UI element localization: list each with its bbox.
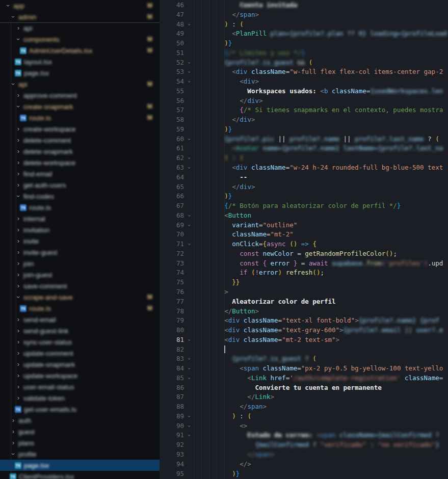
code-line[interactable]: 90› <> [160,421,448,431]
fold-chevron-icon[interactable]: › [184,77,194,87]
code-line[interactable]: 89› ) : ( [160,412,448,421]
code-line[interactable]: 60› {profile?.pic || profile?.name || pr… [160,135,448,144]
tree-item[interactable]: ›guest [0,426,160,437]
fold-chevron-icon[interactable]: › [184,374,194,383]
code-line[interactable]: 64 -- [160,173,448,182]
tree-item[interactable]: ›invite [0,235,160,247]
code-line[interactable]: 84› <span className="px-2 py-0.5 bg-yell… [160,364,448,374]
tree-item[interactable]: ›api [0,22,160,34]
tree-item[interactable]: TSlayout.tsx [0,56,160,67]
tree-item[interactable]: ›update-workspace [0,370,160,381]
tree-item[interactable]: ›validate-token [0,392,160,404]
code-line[interactable]: 54› <div> [160,77,448,87]
tree-item[interactable]: ›update-snapmark [0,359,160,370]
code-line[interactable]: 73 const { error } = await supabase.from… [160,259,448,269]
code-line[interactable]: 68› <Button [160,211,448,221]
tree-item[interactable]: ›user-email-status [0,381,160,392]
tree-item[interactable]: ›delete-snapmark [0,146,160,157]
code-line[interactable]: 93 </span> [160,450,448,460]
code-line[interactable]: 78 </Button> [160,307,448,316]
tree-item[interactable]: ›appM [0,0,160,11]
fold-chevron-icon[interactable]: › [184,221,194,230]
code-line[interactable]: 53› <div className="w-full flex flex-col… [160,67,448,77]
fold-chevron-icon[interactable]: › [184,211,194,221]
code-line[interactable]: 48› ) : ( [160,20,448,30]
code-line[interactable]: 87 </Link> [160,392,448,402]
fold-chevron-icon[interactable]: › [184,240,194,249]
fold-chevron-icon[interactable]: › [184,421,194,431]
tree-item[interactable]: ›join-guest [0,269,160,280]
tree-item[interactable]: ›internal [0,213,160,224]
tree-item[interactable]: ›send-email [0,314,160,325]
tree-item[interactable]: TSroute.tsM [0,303,160,314]
code-line[interactable]: 76 > [160,287,448,297]
tree-item[interactable]: ›adminM [0,11,160,22]
tree-item[interactable]: TSpage.tsx [0,67,160,78]
tree-item[interactable]: ›send-guest-link [0,325,160,336]
code-line[interactable]: 57 {/* Si tienes snapmarks en el context… [160,105,448,115]
fold-chevron-icon[interactable]: › [184,135,194,144]
tree-item[interactable]: ›plans [0,437,160,448]
code-line[interactable]: 49 <PlanPill plan={profile?.plan ?? 0} l… [160,29,448,39]
code-line[interactable]: 79 <div className="text-xl font-bold">{p… [160,316,448,326]
code-line[interactable]: 61 <Avatar name={profile?.name} lastName… [160,144,448,153]
tree-item[interactable]: TSAdminUserDetails.tsxM [0,45,160,56]
tree-item[interactable]: ›delete-comment [0,135,160,146]
code-line[interactable]: 94 </> [160,460,448,469]
code-line[interactable]: 66 )} [160,192,448,201]
code-line[interactable]: 65 </div> [160,182,448,192]
fold-chevron-icon[interactable]: › [184,58,194,68]
tree-item[interactable]: ›get-auth-users [0,179,160,191]
code-line[interactable]: 81› <div className="mt-2 text-sm"> [160,335,448,345]
code-line[interactable]: 82 [160,345,448,355]
code-line[interactable]: 51 {/* Límites y uso */} [160,48,448,58]
tree-item[interactable]: ›find-codes [0,191,160,202]
tree-item[interactable]: ›invitation [0,224,160,235]
code-line[interactable]: 92 {mailConfirmed ? "verificado" : "no v… [160,440,448,450]
code-line[interactable]: 47 </span> [160,10,448,20]
code-line[interactable]: 52› {profile?.is_guest && ( [160,58,448,68]
code-line[interactable]: 91› Estado de correo: <span className={m… [160,431,448,440]
tree-item[interactable]: TSpage.tsx [0,460,160,471]
fold-chevron-icon[interactable]: › [184,431,194,440]
code-line[interactable]: 74 if (!error) refresh(); [160,268,448,278]
code-line[interactable]: 70 className="mt-2" [160,230,448,240]
code-line[interactable]: 58 </div> [160,115,448,125]
tree-item[interactable]: ›componentsM [0,34,160,45]
tree-item[interactable]: TSroute.tsM [0,112,160,123]
fold-chevron-icon[interactable]: › [184,364,194,374]
code-line[interactable]: 46 Cuenta invitada [160,1,448,10]
tree-item[interactable]: TSget-user-emails.ts [0,404,160,415]
tree-item[interactable]: ›create-snapmarkM [0,101,160,112]
tree-item[interactable]: ›update-comment [0,348,160,359]
fold-chevron-icon[interactable]: › [184,20,194,30]
code-line[interactable]: 75 }} [160,278,448,287]
code-editor[interactable]: 46 Cuenta invitada47 </span>48› ) : (49 … [160,0,448,479]
code-line[interactable]: 77 Aleatorizar color de perfil [160,297,448,307]
code-line[interactable]: 71› onClick={async () => { [160,240,448,249]
fold-chevron-icon[interactable]: › [184,354,194,364]
code-line[interactable]: 95 )} [160,469,448,479]
code-line[interactable]: 56 </div> [160,96,448,106]
fold-chevron-icon[interactable]: › [184,163,194,173]
code-area[interactable]: 46 Cuenta invitada47 </span>48› ) : (49 … [160,0,448,478]
code-line[interactable]: 69› variant="outline" [160,221,448,230]
tree-item[interactable]: ›sync-user-status [0,336,160,348]
tree-item[interactable]: ›scrape-and-saveM [0,291,160,303]
code-line[interactable]: 50 )} [160,39,448,48]
fold-chevron-icon[interactable]: › [184,153,194,163]
tree-item[interactable]: ›invite-guest [0,247,160,258]
tree-item[interactable]: ›find-email [0,168,160,179]
code-line[interactable]: 72 const newColor = getRandomProfileColo… [160,249,448,259]
code-line[interactable]: 55 Workspaces usados: <b className={used… [160,87,448,96]
code-line[interactable]: 86 Convierte tu cuenta en permanente [160,383,448,393]
tree-item[interactable]: TSroute.ts [0,202,160,213]
code-line[interactable]: 85› <Link href='/auth/complete-registrat… [160,374,448,383]
tree-item[interactable]: ›profile [0,448,160,460]
tree-item[interactable]: ›apiM [0,78,160,90]
tree-item[interactable]: TSClientProviders.tsx [0,471,160,479]
code-line[interactable]: 83› {profile?.is_guest ? ( [160,354,448,364]
tree-item[interactable]: ›join [0,258,160,269]
tree-item[interactable]: ›delete-workspace [0,157,160,168]
tree-item[interactable]: ›save-comment [0,280,160,291]
